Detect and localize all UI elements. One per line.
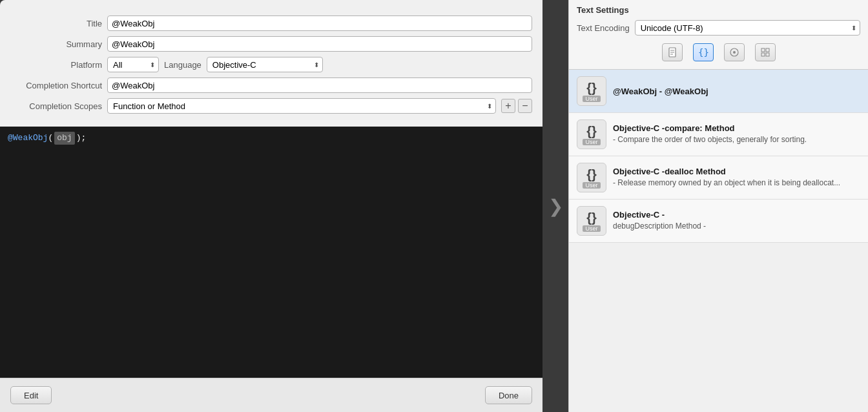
snippet-icon-compare: {} User [577,119,606,149]
snippet-text-compare: Objective-C -compare: Method - Compare t… [613,123,860,145]
code-placeholder-obj: obj [54,132,74,145]
code-keyword: @WeakObj [8,132,48,145]
completion-scopes-select[interactable]: Function or Method Top Level Class Inter… [107,98,496,114]
code-paren-close: ); [76,132,87,145]
svg-rect-10 [766,53,769,56]
document-icon [667,47,677,57]
snippet-desc-dealloc: - Release memory owned by an object when… [613,178,860,189]
svg-point-6 [733,51,736,54]
completion-shortcut-label: Completion Shortcut [10,81,107,90]
right-panel: Text Settings Text Encoding Unicode (UTF… [568,0,868,412]
document-tab-button[interactable] [662,43,683,61]
completion-scopes-row: Completion Scopes Function or Method Top… [10,98,532,114]
scope-buttons: + − [501,99,532,113]
summary-input[interactable] [107,36,532,52]
title-input[interactable] [107,15,532,31]
list-item[interactable]: {} User Objective-C -compare: Method - C… [569,113,868,156]
text-settings-header: Text Settings Text Encoding Unicode (UTF… [569,0,868,70]
snippet-desc-debugdesc: debugDescription Method - [613,221,860,232]
arrow-divider: ❯ [542,0,568,412]
text-settings-title: Text Settings [577,5,860,15]
code-paren-open: ( [48,132,53,145]
svg-text:{}: {} [698,47,708,57]
snippet-text-weakobj: @WeakObj - @WeakObj [613,87,860,96]
snippet-text-debugdesc: Objective-C - debugDescription Method - [613,210,860,232]
text-encoding-label: Text Encoding [577,23,630,33]
snippet-title-debugdesc: Objective-C - [613,210,860,220]
braces-tab-button[interactable]: {} [693,43,714,61]
text-encoding-row: Text Encoding Unicode (UTF-8) UTF-16 ASC… [577,20,860,36]
grid-icon [760,47,770,57]
circle-icon [729,47,739,57]
form-area: Title Summary Platform All iOS macOS ⬍ L… [0,10,542,127]
language-select[interactable]: Objective-C Swift C C++ [207,57,323,72]
done-button[interactable]: Done [485,386,532,404]
remove-scope-button[interactable]: − [518,99,532,113]
encoding-select[interactable]: Unicode (UTF-8) UTF-16 ASCII ISO Latin 1 [635,20,860,36]
braces-icon: {} [698,47,708,57]
scopes-select-wrap: Function or Method Top Level Class Inter… [107,98,496,114]
list-item[interactable]: {} User Objective-C - debugDescription M… [569,200,868,243]
edit-button[interactable]: Edit [10,386,52,404]
platform-label: Platform [10,60,107,70]
arrow-icon: ❯ [548,196,563,217]
summary-label: Summary [10,39,107,49]
list-item[interactable]: {} User @WeakObj - @WeakObj [569,70,868,113]
bottom-bar: Edit Done [0,378,542,412]
platform-language-row: Platform All iOS macOS ⬍ Language Object… [10,57,532,72]
code-line: @WeakObj ( obj ); [8,132,535,145]
platform-select[interactable]: All iOS macOS [107,57,159,72]
svg-rect-8 [766,48,769,52]
title-row: Title [10,15,532,31]
svg-rect-7 [761,48,765,52]
language-label: Language [159,60,207,70]
snippet-title-compare: Objective-C -compare: Method [613,123,860,133]
encoding-select-wrap: Unicode (UTF-8) UTF-16 ASCII ISO Latin 1… [635,20,860,36]
grid-tab-button[interactable] [755,43,776,61]
code-editor[interactable]: @WeakObj ( obj ); [0,127,542,378]
snippet-icon-dealloc: {} User [577,163,606,192]
svg-rect-9 [761,53,765,56]
circle-tab-button[interactable] [724,43,745,61]
platform-select-wrap: All iOS macOS ⬍ [107,57,159,72]
left-panel: Title Summary Platform All iOS macOS ⬍ L… [0,0,542,412]
language-select-wrap: Objective-C Swift C C++ ⬍ [207,57,323,72]
completion-scopes-label: Completion Scopes [10,101,107,111]
snippet-icon-debugdesc: {} User [577,206,606,236]
completion-shortcut-input[interactable] [107,77,532,93]
tab-icons-row: {} [577,41,860,65]
title-label: Title [10,19,107,28]
completion-shortcut-row: Completion Shortcut [10,77,532,93]
snippet-title-dealloc: Objective-C -dealloc Method [613,167,860,176]
list-item[interactable]: {} User Objective-C -dealloc Method - Re… [569,156,868,200]
add-scope-button[interactable]: + [501,99,515,113]
snippet-desc-compare: - Compare the order of two objects, gene… [613,134,860,145]
snippet-text-dealloc: Objective-C -dealloc Method - Release me… [613,167,860,189]
snippet-list[interactable]: {} User @WeakObj - @WeakObj {} User Obje… [569,70,868,412]
snippet-icon-weakobj: {} User [577,76,606,106]
snippet-title-weakobj: @WeakObj - @WeakObj [613,87,860,96]
summary-row: Summary [10,36,532,52]
